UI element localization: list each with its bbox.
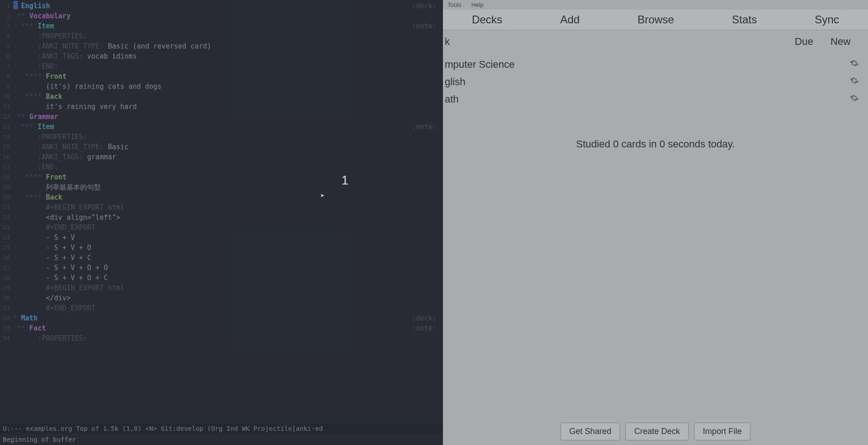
get-shared-button[interactable]: Get Shared — [561, 423, 620, 440]
echo-area: Beginning of buffer — [0, 434, 443, 445]
gear-icon[interactable] — [850, 59, 859, 71]
anki-main-tabs: Decks Add Browse Stats Sync — [443, 10, 868, 30]
mouse-cursor-icon: ➤ — [320, 191, 325, 200]
menu-help[interactable]: Help — [471, 1, 484, 8]
create-deck-button[interactable]: Create Deck — [625, 423, 689, 440]
col-new-label: New — [822, 36, 859, 48]
deck-name[interactable]: ath — [445, 93, 776, 105]
tab-stats[interactable]: Stats — [732, 13, 757, 26]
deck-name[interactable]: glish — [445, 76, 776, 88]
tab-sync[interactable]: Sync — [814, 13, 839, 26]
deck-list: mputer Science glish ath — [443, 53, 868, 111]
deck-name[interactable]: mputer Science — [445, 59, 776, 71]
hydra-indicator: 1 — [341, 173, 349, 188]
menu-tools[interactable]: Tools — [447, 1, 461, 8]
deck-row[interactable]: mputer Science — [443, 56, 868, 73]
study-summary: Studied 0 cards in 0 seconds today. — [443, 138, 868, 150]
line-number-gutter: 1234567891011121314151617181920212223242… — [0, 0, 13, 423]
col-deck-label: k — [445, 36, 786, 48]
emacs-editor: 1234567891011121314151617181920212223242… — [0, 0, 443, 445]
tab-add[interactable]: Add — [560, 13, 580, 26]
import-file-button[interactable]: Import File — [694, 423, 750, 440]
deck-row[interactable]: ath — [443, 91, 868, 108]
deck-list-header: k Due New — [443, 30, 868, 53]
anki-bottom-bar: Get Shared Create Deck Import File — [443, 418, 868, 445]
mode-line: U:--- examples.org Top of 1.5k (1,0) <N>… — [0, 423, 443, 434]
col-due-label: Due — [786, 36, 822, 48]
tab-browse[interactable]: Browse — [637, 13, 674, 26]
gear-icon[interactable] — [850, 93, 859, 105]
anki-window: Tools Help Decks Add Browse Stats Sync k… — [443, 0, 868, 445]
gear-icon[interactable] — [850, 76, 859, 88]
tab-decks[interactable]: Decks — [472, 13, 502, 26]
code-area[interactable]: * English:deck: ** Vocabulary *** Item:n… — [13, 0, 443, 423]
anki-menu-bar[interactable]: Tools Help — [443, 0, 868, 10]
deck-row[interactable]: glish — [443, 73, 868, 91]
